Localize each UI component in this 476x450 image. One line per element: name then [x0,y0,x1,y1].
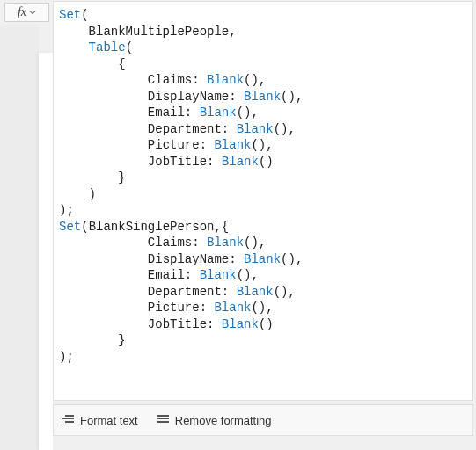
code-text: Set( BlankMultiplePeople, Table( { Claim… [59,7,467,365]
remove-formatting-icon [157,415,169,425]
fx-label: fx [18,5,26,19]
remove-formatting-label: Remove formatting [175,414,272,427]
doc-edge [39,53,53,450]
format-text-icon [62,415,74,425]
chevron-down-icon [29,9,36,16]
formula-toolbar: Format text Remove formatting [53,404,473,436]
fx-dropdown[interactable]: fx [4,3,49,22]
formula-editor[interactable]: Set( BlankMultiplePeople, Table( { Claim… [53,1,473,401]
format-text-label: Format text [80,414,138,427]
remove-formatting-button[interactable]: Remove formatting [157,414,272,427]
format-text-button[interactable]: Format text [62,414,138,427]
left-gutter [0,26,39,450]
